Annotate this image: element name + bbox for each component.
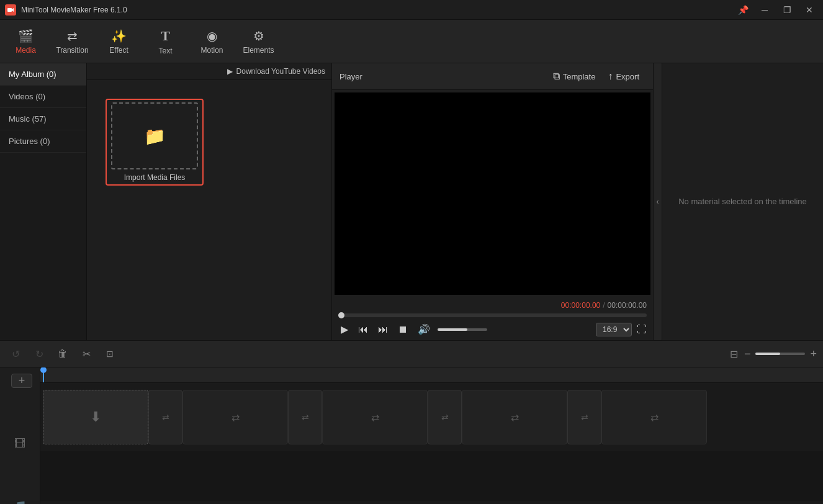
minimize-button[interactable]: ─ — [756, 4, 773, 16]
svg-rect-0 — [7, 8, 12, 12]
media-area: ▶ Download YouTube Videos 📁 Import Media… — [87, 63, 331, 340]
add-clip-button[interactable]: + — [11, 374, 32, 388]
template-icon: ⧉ — [553, 71, 560, 82]
track-clip-empty-2[interactable]: ⇄ — [322, 390, 428, 444]
effect-icon: ✨ — [111, 29, 127, 43]
import-media-box[interactable]: 📁 Import Media Files — [106, 99, 204, 186]
transition-clip-icon-3: ⇄ — [441, 412, 449, 422]
empty-clip-icon-3: ⇄ — [511, 412, 519, 423]
skip-forward-button[interactable]: ⏭ — [376, 323, 390, 336]
toolbar-motion[interactable]: ◉ Motion — [189, 22, 235, 61]
toolbar-transition-label: Transition — [56, 46, 88, 55]
timeline-ruler — [40, 367, 823, 383]
player-props-row: Player ⧉ Template ↑ Export 00:00:00.00 / — [332, 63, 823, 340]
redo-icon: ↻ — [35, 348, 43, 360]
audio-track — [40, 451, 823, 501]
aspect-ratio-select[interactable]: 16:9 9:16 4:3 1:1 — [596, 323, 632, 336]
import-media-label: Import Media Files — [122, 173, 188, 182]
player-controls: 00:00:00.00 / 00:00:00.00 ▶ ⏮ ⏭ ⏹ 🔊 — [332, 297, 653, 340]
window-controls: ─ ❐ ✕ — [756, 4, 818, 16]
toolbar-motion-label: Motion — [200, 46, 223, 55]
track-clip-transition-4[interactable]: ⇄ — [567, 390, 601, 444]
motion-icon: ◉ — [207, 29, 217, 43]
left-panel: My Album (0) Videos (0) Music (57) Pictu… — [0, 63, 332, 340]
toolbar-media-label: Media — [16, 46, 36, 55]
redo-button[interactable]: ↻ — [29, 344, 50, 363]
toolbar-effect[interactable]: ✨ Effect — [96, 22, 142, 61]
track-clip-empty-4[interactable]: ⇄ — [601, 390, 707, 444]
toolbar-elements-label: Elements — [243, 46, 274, 55]
sidebar-item-pictures[interactable]: Pictures (0) — [0, 130, 86, 153]
crop-button[interactable]: ⊡ — [99, 344, 120, 363]
delete-button[interactable]: 🗑 — [52, 344, 73, 363]
export-button[interactable]: ↑ Export — [601, 68, 645, 84]
progress-thumb — [338, 312, 344, 318]
download-youtube-button[interactable]: ▶ Download YouTube Videos — [227, 67, 325, 76]
sidebar-item-music[interactable]: Music (57) — [0, 108, 86, 130]
sidebar-nav: My Album (0) Videos (0) Music (57) Pictu… — [0, 63, 87, 340]
timeline-tracks: ⬇ ⇄ ⇄ ⇄ ⇄ ⇄ — [40, 383, 823, 501]
zoom-slider[interactable] — [755, 353, 805, 355]
collapse-icon[interactable]: ⊟ — [729, 347, 739, 361]
transition-clip-icon-2: ⇄ — [302, 412, 309, 422]
transition-clip-icon-4: ⇄ — [581, 412, 588, 422]
toolbar-media[interactable]: 🎬 Media — [2, 22, 49, 61]
template-label: Template — [563, 72, 596, 81]
close-button[interactable]: ✕ — [801, 4, 818, 16]
transition-clip-icon-1: ⇄ — [162, 412, 169, 422]
track-clip-transition-3[interactable]: ⇄ — [428, 390, 462, 444]
toolbar-elements[interactable]: ⚙ Elements — [235, 22, 282, 61]
elements-icon: ⚙ — [253, 29, 264, 43]
track-clip-transition-2[interactable]: ⇄ — [288, 390, 322, 444]
audio-track-icon: 🎵 — [13, 500, 27, 504]
main-area: My Album (0) Videos (0) Music (57) Pictu… — [0, 63, 823, 340]
toolbar: 🎬 Media ⇄ Transition ✨ Effect T Text ◉ M… — [0, 20, 823, 63]
import-box-inner: 📁 — [111, 102, 198, 169]
toolbar-text[interactable]: T Text — [142, 22, 189, 61]
zoom-out-button[interactable]: − — [743, 346, 752, 362]
properties-toggle[interactable]: ‹ — [653, 63, 662, 340]
toolbar-transition[interactable]: ⇄ Transition — [49, 22, 96, 61]
timeline-left: + 🎞 🎵 — [0, 367, 40, 504]
video-track-icon: 🎞 — [14, 438, 25, 451]
edit-toolbar: ↺ ↻ 🗑 ✂ ⊡ ⊟ − + — [0, 340, 823, 367]
delete-icon: 🗑 — [58, 348, 68, 359]
toolbar-text-label: Text — [158, 47, 172, 55]
time-total: 00:00:00.00 — [608, 301, 647, 310]
stop-button[interactable]: ⏹ — [395, 323, 410, 336]
text-icon: T — [161, 28, 170, 44]
sidebar-item-my-album[interactable]: My Album (0) — [0, 63, 86, 86]
timeline-playhead[interactable] — [43, 367, 44, 382]
media-toolbar: ▶ Download YouTube Videos — [87, 63, 331, 80]
time-current: 00:00:00.00 — [561, 301, 600, 310]
volume-slider[interactable] — [438, 328, 487, 331]
cut-button[interactable]: ✂ — [76, 344, 97, 363]
progress-bar[interactable] — [338, 313, 647, 317]
pin-icon[interactable]: 📌 — [738, 5, 749, 15]
track-clip-empty-3[interactable]: ⇄ — [462, 390, 567, 444]
volume-icon[interactable]: 🔊 — [415, 322, 433, 336]
track-clip-import[interactable]: ⬇ — [43, 390, 148, 444]
app-title: MiniTool MovieMaker Free 6.1.0 — [21, 6, 738, 14]
fullscreen-button[interactable]: ⛶ — [637, 324, 647, 335]
sidebar-item-videos[interactable]: Videos (0) — [0, 86, 86, 108]
add-clip-icon: + — [19, 374, 25, 387]
template-button[interactable]: ⧉ Template — [547, 68, 602, 84]
skip-back-button[interactable]: ⏮ — [356, 323, 371, 336]
zoom-in-button[interactable]: + — [809, 346, 818, 362]
track-clip-empty-1[interactable]: ⇄ — [182, 390, 288, 444]
player-panel: Player ⧉ Template ↑ Export 00:00:00.00 / — [332, 63, 653, 340]
zoom-fill — [755, 353, 780, 355]
undo-button[interactable]: ↺ — [5, 344, 26, 363]
restore-button[interactable]: ❐ — [778, 4, 796, 16]
export-label: Export — [616, 72, 639, 81]
crop-icon: ⊡ — [106, 349, 114, 359]
zoom-controls: ⊟ − + — [729, 346, 818, 362]
media-icon: 🎬 — [18, 29, 34, 43]
track-clip-transition-1[interactable]: ⇄ — [148, 390, 182, 444]
player-properties-area: Player ⧉ Template ↑ Export 00:00:00.00 / — [332, 63, 823, 340]
download-youtube-label: Download YouTube Videos — [236, 67, 325, 76]
media-content: My Album (0) Videos (0) Music (57) Pictu… — [0, 63, 331, 340]
timeline: + 🎞 🎵 ⬇ ⇄ — [0, 367, 823, 504]
play-button[interactable]: ▶ — [338, 322, 351, 336]
